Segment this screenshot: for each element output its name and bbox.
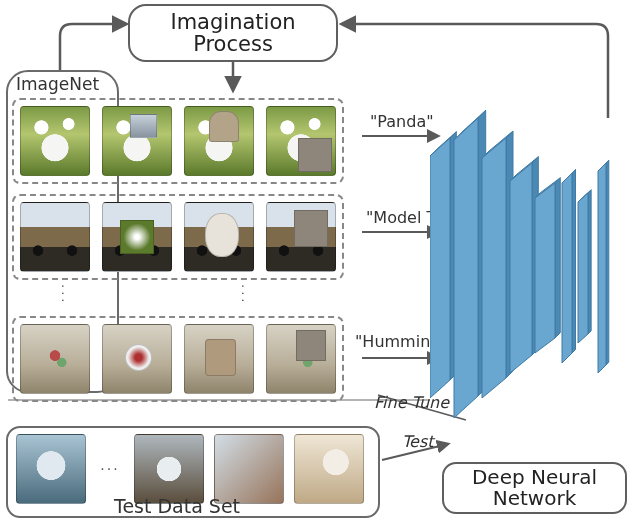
thumb-test-3 (214, 434, 284, 504)
thumb-modelt-aug3 (266, 202, 336, 272)
imagination-line2: Process (193, 33, 273, 55)
thumb-modelt-aug2 (184, 202, 254, 272)
thumb-panda-aug1 (102, 106, 172, 176)
dnn-layer (430, 132, 456, 398)
dnn-layer-stack (430, 88, 640, 468)
dnn-caption-box: Deep Neural Network (442, 462, 627, 514)
dnn-line2: Network (493, 488, 577, 509)
dnn-layer (454, 110, 486, 418)
class-row-hummingbird (12, 316, 344, 402)
dnn-layer (562, 170, 576, 364)
thumb-test-2 (134, 434, 204, 504)
thumb-panda-aug2 (184, 106, 254, 176)
test-ellipsis: ··· (96, 461, 124, 477)
class-row-panda (12, 98, 344, 184)
thumb-panda-original (20, 106, 90, 176)
thumb-test-1 (16, 434, 86, 504)
dnn-layer (578, 190, 591, 343)
dnn-layer (510, 157, 538, 373)
dnn-line1: Deep Neural (472, 467, 597, 488)
class-label-panda: "Panda" (370, 112, 434, 131)
test-label: Test (402, 432, 434, 451)
thumb-test-4 (294, 434, 364, 504)
thumb-bird-aug1 (102, 324, 172, 394)
thumb-modelt-original (20, 202, 90, 272)
vdots-col2: ··· (235, 284, 250, 305)
thumb-bird-original (20, 324, 90, 394)
dnn-layer (482, 131, 513, 398)
test-set-caption: Test Data Set (114, 495, 240, 517)
thumb-bird-aug2 (184, 324, 254, 394)
imagination-process-box: Imagination Process (128, 4, 338, 62)
imagenet-label: ImageNet (16, 74, 99, 94)
class-row-modelt (12, 194, 344, 280)
thumb-modelt-aug1 (102, 202, 172, 272)
imagination-line1: Imagination (170, 11, 295, 33)
dnn-layer (598, 160, 609, 373)
thumb-bird-aug3 (266, 324, 336, 394)
dnn-layer (535, 178, 560, 353)
thumb-panda-aug3 (266, 106, 336, 176)
vdots-col1: ··· (55, 284, 70, 305)
